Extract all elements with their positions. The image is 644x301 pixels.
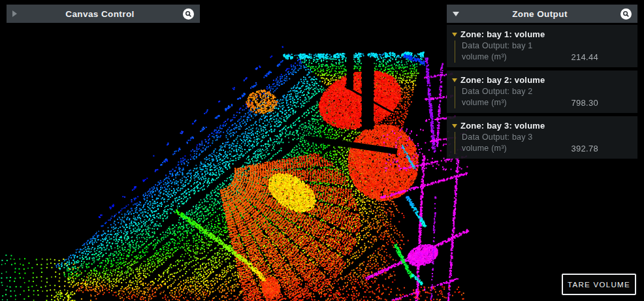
zone-volume-row: volume (m³) 392.78 [462,143,632,154]
canvas-control-zoom-icon[interactable] [183,8,194,20]
zone-volume-row: volume (m³) 214.44 [462,52,632,63]
zone-output-zoom-icon[interactable] [620,8,632,20]
zone-card-list: Zone: bay 1: volume Data Output: bay 1 v… [447,25,637,159]
zone-collapse-icon[interactable] [452,124,457,128]
zone-volume-value: 214.44 [571,52,598,63]
zone-data-output-label: Data Output: bay 3 [462,132,533,143]
zone-output-title: Zone Output [459,9,620,19]
zone-volume-row: volume (m³) 798.30 [462,97,632,108]
zone-collapse-icon[interactable] [452,78,457,82]
zone-title: Zone: bay 1: volume [460,29,545,40]
zone-title: Zone: bay 3: volume [460,120,545,132]
canvas-control-panel: Canvas Control [7,5,200,23]
zone-title-row[interactable]: Zone: bay 1: volume [452,29,632,40]
zone-body: Data Output: bay 1 volume (m³) 214.44 [455,40,632,63]
collapse-down-icon[interactable] [453,12,459,16]
zone-volume-label: volume (m³) [462,143,507,154]
zone-body: Data Output: bay 3 volume (m³) 392.78 [455,132,632,154]
zone-title-row[interactable]: Zone: bay 3: volume [452,120,632,132]
zone-card-bay-1: Zone: bay 1: volume Data Output: bay 1 v… [447,25,637,67]
zone-data-output-row: Data Output: bay 3 [462,132,632,143]
zone-data-output-label: Data Output: bay 2 [462,86,533,97]
zone-output-header[interactable]: Zone Output [447,5,637,23]
zone-output-panel: Zone Output Zone: bay 1: volume Data Out… [447,5,637,159]
zone-volume-value: 392.78 [571,143,598,154]
zone-card-bay-2: Zone: bay 2: volume Data Output: bay 2 v… [447,71,637,113]
canvas-control-header[interactable]: Canvas Control [7,5,200,23]
magnifier-glyph [185,10,192,18]
zone-data-output-row: Data Output: bay 1 [462,40,632,52]
zone-data-output-row: Data Output: bay 2 [462,86,632,97]
zone-card-bay-3: Zone: bay 3: volume Data Output: bay 3 v… [447,116,637,159]
tare-volume-button[interactable]: TARE VOLUME [562,274,636,295]
zone-data-output-label: Data Output: bay 1 [462,40,533,52]
expand-right-icon[interactable] [12,10,17,17]
canvas-control-title: Canvas Control [17,9,183,19]
zone-title: Zone: bay 2: volume [460,74,545,86]
magnifier-glyph [622,10,630,18]
zone-body: Data Output: bay 2 volume (m³) 798.30 [455,86,632,108]
zone-volume-label: volume (m³) [462,52,507,63]
zone-volume-value: 798.30 [571,97,598,108]
zone-collapse-icon[interactable] [452,33,457,37]
zone-title-row[interactable]: Zone: bay 2: volume [452,74,632,86]
zone-volume-label: volume (m³) [462,97,507,108]
app-window: Canvas Control Zone Output [0,0,644,301]
